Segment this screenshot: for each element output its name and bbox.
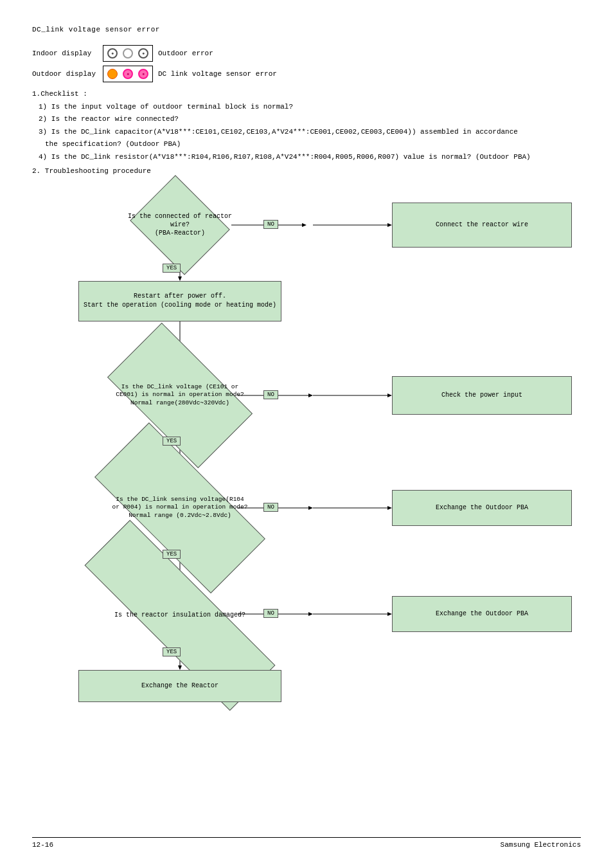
flowchart: Is the connected of reactor wire? (PBA-R…: [32, 183, 591, 710]
outdoor-error-text: DC link voltage sensor error: [158, 70, 277, 78]
diamond3-label: Is the DC_link sensing voltage(R104 or R…: [78, 466, 281, 550]
page-title: DC_link voltage sensor error: [32, 26, 581, 33]
page-number: 12-16: [32, 841, 53, 849]
troubleshoot-header: 2. Troubleshooting procedure: [32, 166, 581, 177]
yes-box-3: YES: [163, 550, 181, 559]
no-box-1: NO: [263, 220, 278, 229]
yes-box-4: YES: [163, 647, 181, 656]
indoor-display-row: Indoor display Outdoor error: [32, 45, 581, 62]
diamond1-label: Is the connected of reactor wire? (PBA-R…: [122, 190, 238, 260]
company-name: Samsung Electronics: [501, 841, 581, 849]
no-box-3: NO: [263, 503, 278, 512]
checklist-item-3b: the specification? (Outdoor PBA): [45, 139, 581, 150]
rect-exchange-pba-2: Exchange the Outdoor PBA: [392, 596, 572, 632]
diamond3-container: Is the DC_link sensing voltage(R104 or R…: [78, 466, 281, 550]
indoor-indicator-1: [107, 48, 118, 59]
yes-box-2: YES: [163, 437, 181, 446]
diamond2-label: Is the DC_link voltage (CE101 or CE001) …: [96, 354, 263, 437]
diamond4-label: Is the reactor insulation damaged?: [39, 580, 321, 651]
svg-marker-23: [387, 506, 392, 510]
svg-marker-19: [387, 223, 392, 227]
checklist-section: 1.Checklist : 1) Is the input voltage of…: [32, 89, 581, 177]
indoor-error-text: Outdoor error: [158, 50, 213, 57]
svg-marker-3: [178, 276, 182, 281]
diamond1-container: Is the connected of reactor wire? (PBA-R…: [122, 190, 238, 260]
outdoor-display-row: Outdoor display DC link voltage sensor e…: [32, 66, 581, 82]
yes-box-1: YES: [163, 264, 181, 273]
page-footer: 12-16 Samsung Electronics: [32, 837, 581, 849]
no-box-2: NO: [263, 390, 278, 399]
outdoor-display-indicators: [103, 66, 153, 82]
rect-check-power: Check the power input: [392, 376, 572, 415]
indoor-display-label: Indoor display: [32, 50, 103, 57]
checklist-header: 1.Checklist :: [32, 89, 581, 100]
svg-marker-11: [308, 506, 313, 510]
outdoor-indicator-2: [123, 69, 133, 79]
checklist-item-1: 1) Is the input voltage of outdoor termi…: [39, 102, 581, 113]
svg-marker-25: [387, 612, 392, 616]
diamond4-container: Is the reactor insulation damaged?: [39, 580, 321, 651]
indoor-display-indicators: [103, 45, 153, 62]
svg-marker-21: [387, 393, 392, 397]
svg-marker-7: [308, 393, 313, 397]
rect-restart: Restart after power off. Start the opera…: [78, 281, 281, 321]
rect-exchange-pba-1: Exchange the Outdoor PBA: [392, 490, 572, 526]
rect-connect-reactor: Connect the reactor wire: [392, 203, 572, 248]
outdoor-indicator-1: [107, 69, 118, 79]
indoor-indicator-3: [138, 48, 148, 59]
diamond2-container: Is the DC_link voltage (CE101 or CE001) …: [96, 354, 263, 437]
outdoor-indicator-3: [138, 69, 148, 79]
checklist-item-4: 4) Is the DC_link resistor(A*V18***:R104…: [39, 152, 581, 163]
indoor-indicator-2: [123, 48, 133, 59]
checklist-item-2: 2) Is the reactor wire connected?: [39, 114, 581, 125]
rect-exchange-reactor: Exchange the Reactor: [78, 670, 281, 702]
outdoor-display-label: Outdoor display: [32, 70, 103, 78]
svg-marker-17: [178, 665, 182, 670]
svg-marker-1: [302, 223, 306, 227]
no-box-4: NO: [263, 609, 278, 618]
checklist-item-3: 3) Is the DC_link capacitor(A*V18***:CE1…: [39, 127, 581, 138]
